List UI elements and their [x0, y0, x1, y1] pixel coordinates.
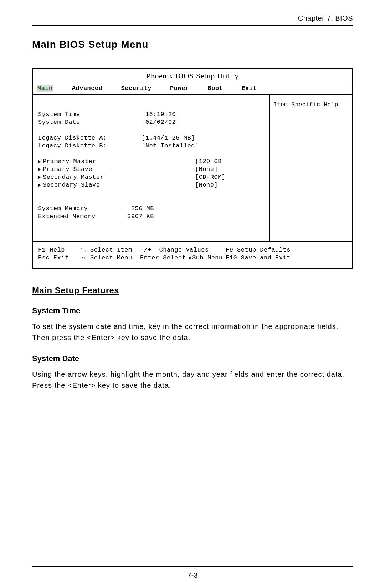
- row-primary-slave[interactable]: Primary Slave [None]: [38, 166, 266, 174]
- feature-system-date-title: System Date: [32, 354, 353, 363]
- value: [16:19:20]: [142, 111, 195, 119]
- value: 3967 KB: [127, 213, 181, 221]
- value: 256 MB: [127, 205, 181, 213]
- hint-change-values: -/+ Change Values: [140, 247, 226, 254]
- tab-main[interactable]: Main: [37, 85, 53, 92]
- hint-f10: F10 Save and Exit: [226, 254, 347, 262]
- submenu-icon: [189, 256, 191, 260]
- tab-security[interactable]: Security: [121, 85, 152, 92]
- footer-rule: [32, 566, 353, 567]
- hint-select-menu: Select Menu: [90, 254, 140, 262]
- row-primary-master[interactable]: Primary Master [120 GB]: [38, 158, 266, 166]
- tab-advanced[interactable]: Advanced: [72, 85, 103, 92]
- row-secondary-master[interactable]: Secondary Master [CD-ROM]: [38, 174, 266, 182]
- tab-boot[interactable]: Boot: [208, 85, 223, 92]
- value: [02/02/02]: [142, 119, 195, 127]
- row-system-time[interactable]: System Time [16:19:20]: [38, 111, 266, 119]
- bios-footer: F1 Help ↑↓ Select Item -/+ Change Values…: [33, 241, 352, 268]
- hint-enter: Enter Select Sub-Menu: [140, 254, 226, 262]
- hint-select-item: Select Item: [90, 247, 140, 254]
- bios-help-panel: Item Specific Help: [269, 95, 352, 241]
- row-diskette-a[interactable]: Legacy Diskette A: [1.44/1.25 MB]: [38, 135, 266, 142]
- label: Secondary Master: [38, 174, 142, 182]
- hint-esc: Esc Exit: [38, 254, 77, 262]
- features-heading: Main Setup Features: [32, 285, 353, 295]
- hint-f1: F1 Help: [38, 247, 77, 254]
- label: Primary Slave: [38, 166, 142, 174]
- label: Secondary Slave: [38, 182, 142, 189]
- label: Primary Master: [38, 158, 142, 166]
- submenu-icon: [38, 183, 41, 187]
- arrows-leftright-icon: ↔: [77, 254, 90, 262]
- label: System Date: [38, 119, 142, 127]
- page-title: Main BIOS Setup Menu: [32, 39, 353, 50]
- tab-exit[interactable]: Exit: [241, 85, 257, 92]
- bios-setup-box: Phoenix BIOS Setup Utility Main Advanced…: [32, 68, 353, 269]
- label: Extended Memory: [38, 213, 127, 221]
- chapter-header: Chapter 7: BIOS: [32, 14, 353, 22]
- header-rule: [32, 25, 353, 26]
- value: [None]: [195, 182, 238, 189]
- tab-power[interactable]: Power: [170, 85, 189, 92]
- bios-title: Phoenix BIOS Setup Utility: [33, 69, 352, 83]
- value: [1.44/1.25 MB]: [142, 135, 195, 142]
- arrows-updown-icon: ↑↓: [77, 247, 90, 254]
- bios-tab-bar: Main Advanced Security Power Boot Exit: [33, 83, 352, 95]
- row-secondary-slave[interactable]: Secondary Slave [None]: [38, 182, 266, 189]
- label: System Memory: [38, 205, 127, 213]
- row-extended-memory: Extended Memory 3967 KB: [38, 213, 266, 221]
- label: System Time: [38, 111, 142, 119]
- feature-system-time-text: To set the system date and time, key in …: [32, 321, 353, 343]
- page-number: 7-3: [0, 571, 385, 579]
- label: Legacy Diskette A:: [38, 135, 142, 142]
- submenu-icon: [38, 160, 41, 163]
- row-system-date[interactable]: System Date [02/02/02]: [38, 119, 266, 127]
- submenu-icon: [38, 176, 41, 179]
- value: [CD-ROM]: [195, 174, 238, 182]
- row-system-memory: System Memory 256 MB: [38, 205, 266, 213]
- hint-f9: F9 Setup Defaults: [226, 247, 347, 254]
- document-page: Chapter 7: BIOS Main BIOS Setup Menu Pho…: [0, 0, 385, 588]
- value: [None]: [195, 166, 238, 174]
- value: [Not Installed]: [142, 142, 199, 150]
- feature-system-time-title: System Time: [32, 306, 353, 315]
- value: [120 GB]: [195, 158, 238, 166]
- feature-system-date-text: Using the arrow keys, highlight the mont…: [32, 369, 353, 391]
- help-header: Item Specific Help: [273, 102, 348, 108]
- bios-main-panel: System Time [16:19:20] System Date [02/0…: [33, 95, 269, 241]
- label: Legacy Diskette B:: [38, 142, 142, 150]
- row-diskette-b[interactable]: Legacy Diskette B: [Not Installed]: [38, 142, 266, 150]
- submenu-icon: [38, 168, 41, 171]
